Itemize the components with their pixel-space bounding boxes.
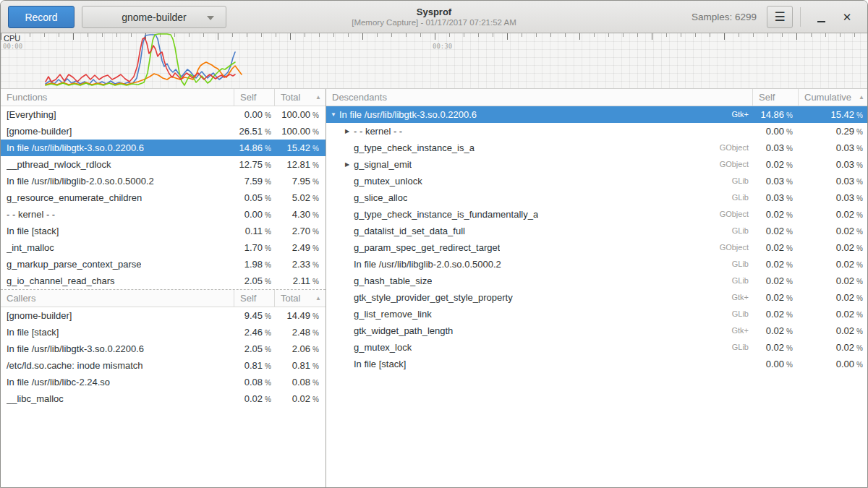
percent-cell: 26.51%	[234, 123, 275, 140]
expander-closed-icon[interactable]: ▶	[345, 156, 354, 173]
tree-row[interactable]: g_type_check_instance_is_aGObject0.03%0.…	[326, 140, 868, 156]
functions-total-column-header[interactable]: ▲ Total	[275, 89, 326, 106]
tree-row[interactable]: g_mutex_lockGLib0.02%0.02%	[326, 339, 868, 356]
percent-cell: 2.05%	[234, 273, 275, 289]
descendants-table-body: ▼In file /usr/lib/libgtk-3.so.0.2200.6Gt…	[326, 106, 868, 372]
close-button[interactable]: ✕	[834, 6, 860, 28]
table-row[interactable]: [Everything]0.00%100.00%	[1, 106, 326, 123]
library-badge: GObject	[720, 239, 753, 256]
target-selector-dropdown[interactable]: gnome-builder	[82, 6, 226, 28]
functions-self-column-header[interactable]: Self	[234, 89, 275, 106]
hamburger-menu-button[interactable]: ☰	[767, 6, 793, 28]
functions-table: Functions Self ▲ Total [Everything]0.00%…	[1, 89, 326, 289]
chevron-down-icon	[207, 16, 214, 20]
table-row[interactable]: In file [stack]2.46%2.48%	[1, 324, 326, 341]
tree-row[interactable]: ▶- - kernel - -0.00%0.29%	[326, 123, 868, 140]
tree-row[interactable]: g_mutex_unlockGLib0.03%0.03%	[326, 173, 868, 189]
percent-cell: 0.03%	[753, 189, 799, 206]
functions-table-header[interactable]: Functions Self ▲ Total	[1, 89, 326, 106]
table-row[interactable]: In file [stack]0.11%2.70%	[1, 223, 326, 239]
table-row[interactable]: [gnome-builder]9.45%14.49%	[1, 307, 326, 324]
percent-cell: 0.02%	[799, 289, 868, 306]
callers-table-header[interactable]: Callers Self ▲ Total	[1, 290, 326, 307]
table-row[interactable]: __libc_malloc0.02%0.02%	[1, 390, 326, 407]
tree-row[interactable]: g_type_check_instance_is_fundamentally_a…	[326, 206, 868, 223]
descendants-self-column-header[interactable]: Self	[753, 89, 799, 106]
tree-row[interactable]: ▼In file /usr/lib/libgtk-3.so.0.2200.6Gt…	[326, 106, 868, 123]
library-badge: Gtk+	[731, 106, 753, 123]
tree-row[interactable]: g_param_spec_get_redirect_targetGObject0…	[326, 239, 868, 256]
expander-closed-icon[interactable]: ▶	[345, 123, 354, 140]
table-row[interactable]: g_io_channel_read_chars2.05%2.11%	[1, 273, 326, 289]
descendants-cumulative-column-header[interactable]: ▲ Cumulative	[799, 89, 868, 106]
percent-cell: 0.05%	[234, 189, 275, 206]
percent-sign: %	[312, 395, 319, 403]
percent-cell: 100.00%	[275, 123, 326, 140]
percent-cell: 0.02%	[753, 223, 799, 239]
tree-row[interactable]: g_list_remove_linkGLib0.02%0.02%	[326, 306, 868, 322]
descendants-column-header[interactable]: Descendants	[326, 89, 753, 106]
percent-cell: 15.42%	[799, 106, 868, 123]
callers-column-header[interactable]: Callers	[1, 290, 234, 307]
table-row[interactable]: In file /usr/lib/libgtk-3.so.0.2200.62.0…	[1, 341, 326, 357]
descendant-name: ▶- - kernel - -	[326, 123, 753, 140]
tree-row[interactable]: ▶g_signal_emitGObject0.02%0.03%	[326, 156, 868, 173]
descendant-name: g_type_check_instance_is_fundamentally_a…	[326, 206, 753, 223]
table-row[interactable]: _int_malloc1.70%2.49%	[1, 239, 326, 256]
callers-total-column-header[interactable]: ▲ Total	[275, 290, 326, 307]
function-name: In file /usr/lib/libglib-2.0.so.0.5000.2	[1, 173, 234, 189]
function-name: __libc_malloc	[1, 390, 234, 407]
library-badge: GLib	[732, 223, 753, 239]
table-row[interactable]: g_markup_parse_context_parse1.98%2.33%	[1, 256, 326, 273]
function-name: In file /usr/lib/libgtk-3.so.0.2200.6	[1, 341, 234, 357]
descendant-name: g_hash_table_sizeGLib	[326, 273, 753, 289]
tree-row[interactable]: g_datalist_id_set_data_fullGLib0.02%0.02…	[326, 223, 868, 239]
expander-open-icon[interactable]: ▼	[331, 106, 339, 123]
table-row[interactable]: __pthread_rwlock_rdlock12.75%12.81%	[1, 156, 326, 173]
descendants-table-header[interactable]: Descendants Self ▲ Cumulative	[326, 89, 868, 106]
right-pane: Descendants Self ▲ Cumulative ▼In file /…	[326, 89, 868, 487]
percent-sign: %	[786, 111, 793, 119]
hamburger-icon: ☰	[774, 10, 785, 24]
percent-sign: %	[265, 312, 271, 320]
percent-cell: 0.02%	[799, 206, 868, 223]
percent-sign: %	[786, 344, 793, 352]
percent-cell: 0.11%	[234, 223, 275, 239]
tree-row[interactable]: In file /usr/lib/libglib-2.0.so.0.5000.2…	[326, 256, 868, 273]
function-name: _int_malloc	[1, 239, 234, 256]
table-row[interactable]: /etc/ld.so.cache: inode mismatch0.81%0.8…	[1, 357, 326, 374]
percent-sign: %	[265, 111, 271, 119]
tree-row[interactable]: g_slice_allocGLib0.03%0.03%	[326, 189, 868, 206]
table-row[interactable]: In file /usr/lib/libglib-2.0.so.0.5000.2…	[1, 173, 326, 189]
tree-row[interactable]: In file [stack]0.00%0.00%	[326, 356, 868, 372]
percent-sign: %	[786, 128, 793, 136]
percent-cell: 100.00%	[275, 106, 326, 123]
table-row[interactable]: In file /usr/lib/libc-2.24.so0.08%0.08%	[1, 374, 326, 390]
callers-self-column-header[interactable]: Self	[234, 290, 275, 307]
tree-row[interactable]: gtk_style_provider_get_style_propertyGtk…	[326, 289, 868, 306]
percent-sign: %	[786, 145, 793, 153]
percent-cell: 0.02%	[799, 339, 868, 356]
percent-sign: %	[786, 294, 793, 302]
table-row[interactable]: In file /usr/lib/libgtk-3.so.0.2200.614.…	[1, 140, 326, 156]
descendant-name: gtk_widget_path_lengthGtk+	[326, 322, 753, 339]
function-name: [gnome-builder]	[1, 123, 234, 140]
minimize-icon	[817, 21, 825, 22]
percent-cell: 12.81%	[275, 156, 326, 173]
sort-ascending-icon: ▲	[315, 290, 321, 307]
percent-cell: 2.48%	[275, 324, 326, 341]
percent-cell: 1.70%	[234, 239, 275, 256]
cpu-graph-label: CPU	[4, 34, 20, 43]
percent-cell: 0.08%	[234, 374, 275, 390]
tree-row[interactable]: g_hash_table_sizeGLib0.02%0.02%	[326, 273, 868, 289]
minimize-button[interactable]	[808, 6, 834, 28]
cpu-graph[interactable]: CPU 00:00 00:30	[1, 33, 868, 89]
percent-sign: %	[856, 311, 863, 319]
functions-column-header[interactable]: Functions	[1, 89, 234, 106]
record-button[interactable]: Record	[8, 6, 75, 28]
table-row[interactable]: - - kernel - -0.00%4.30%	[1, 206, 326, 223]
percent-cell: 0.02%	[799, 239, 868, 256]
table-row[interactable]: [gnome-builder]26.51%100.00%	[1, 123, 326, 140]
table-row[interactable]: g_resource_enumerate_children0.05%5.02%	[1, 189, 326, 206]
tree-row[interactable]: gtk_widget_path_lengthGtk+0.02%0.02%	[326, 322, 868, 339]
